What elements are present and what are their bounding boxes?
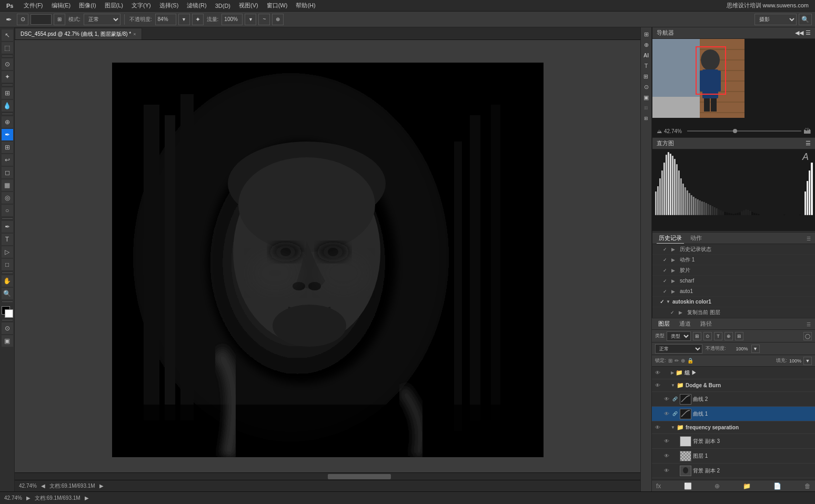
mode-select[interactable]: 正常: [84, 14, 120, 25]
layers-menu[interactable]: ☰: [807, 322, 811, 327]
menu-filter[interactable]: 滤镜(R): [183, 1, 210, 11]
quick-mask-button[interactable]: ⊙: [2, 322, 13, 334]
workspace-search[interactable]: 🔍: [799, 14, 812, 25]
brush-tool-button[interactable]: ✒: [3, 14, 15, 25]
status-arrow[interactable]: ▶: [85, 495, 89, 501]
layer-eye-bg3[interactable]: 👁: [663, 438, 670, 445]
layer-row-curve1[interactable]: 👁 🔗 曲线 1: [652, 407, 815, 421]
filter-icon-3[interactable]: ⊕: [725, 332, 733, 340]
delete-layer-btn[interactable]: 🗑: [804, 482, 811, 490]
history-brush-tool[interactable]: ↩: [2, 154, 13, 166]
dodge-tool[interactable]: ○: [2, 205, 13, 216]
add-layer-effect-btn[interactable]: fx: [656, 482, 661, 490]
menu-file[interactable]: 文件(F): [19, 1, 47, 11]
eyedropper-tool[interactable]: 💧: [2, 100, 13, 112]
brush-tool[interactable]: ✒: [2, 129, 13, 140]
rts-icon-ai[interactable]: AI: [641, 51, 651, 60]
tab-close-button[interactable]: ×: [133, 32, 136, 37]
crop-tool[interactable]: ⊞: [2, 87, 13, 99]
layer-eye-bg2[interactable]: 👁: [663, 467, 670, 475]
layer-row-layer1[interactable]: 👁 图层 1: [652, 449, 815, 463]
history-item[interactable]: ✓ ▶ 动作 1: [652, 255, 815, 265]
history-menu[interactable]: ☰: [807, 236, 811, 241]
layer-group-freq-sep[interactable]: 👁 ▼ 📁 frequency separation: [652, 421, 815, 434]
canvas-viewport[interactable]: [15, 40, 640, 480]
history-tab-actions[interactable]: 动作: [688, 233, 704, 243]
smoothing-button[interactable]: ~: [258, 14, 270, 25]
history-item[interactable]: ✓ ▶ auto1: [652, 286, 815, 297]
airbrush-button[interactable]: ✦: [192, 14, 204, 25]
rts-icon-4[interactable]: ⊞: [641, 72, 651, 81]
brush-size-button[interactable]: ⊙: [17, 14, 28, 25]
gradient-tool[interactable]: ▦: [2, 179, 13, 191]
canvas-arrow-left[interactable]: ◀: [41, 483, 45, 489]
layer-eye-curve2[interactable]: 👁: [663, 396, 670, 403]
filter-icon-4[interactable]: ⊞: [735, 332, 743, 340]
stamp-tool[interactable]: ⊞: [2, 142, 13, 153]
layer-eye-curve1[interactable]: 👁: [663, 410, 670, 418]
layer-expand-fs[interactable]: ▼: [671, 425, 675, 430]
rts-icon-7[interactable]: ⊞: [641, 103, 651, 113]
layer-mode-select[interactable]: 正常: [655, 344, 702, 354]
create-layer-btn[interactable]: 📄: [773, 482, 781, 490]
brush-options-button[interactable]: ⊞: [54, 14, 65, 25]
layers-tab-layers[interactable]: 图层: [656, 319, 672, 329]
layer-row-bg2[interactable]: 👁 背景 副本 2: [652, 463, 815, 478]
lock-paint-icon[interactable]: ✏: [675, 358, 679, 364]
filter-icon-t[interactable]: T: [714, 332, 722, 340]
history-item[interactable]: ✓ ▶ scharf: [652, 276, 815, 286]
rts-icon-5[interactable]: ⊙: [641, 82, 651, 92]
histogram-menu[interactable]: ☰: [806, 140, 811, 147]
filter-toggle[interactable]: ◯: [803, 332, 812, 340]
layer-eye-zu[interactable]: 👁: [654, 369, 661, 377]
create-group-btn[interactable]: 📁: [743, 482, 751, 490]
navigator-collapse[interactable]: ◀◀: [795, 29, 803, 36]
layers-tab-paths[interactable]: 路径: [698, 319, 714, 329]
layer-row-curve2[interactable]: 👁 🔗 曲线 2: [652, 392, 815, 407]
lock-all-icon[interactable]: 🔒: [687, 358, 693, 364]
layer-row-bg3[interactable]: 👁 背景 副本 3: [652, 434, 815, 449]
layer-group-zu[interactable]: 👁 ▶ 📁 组 ▶: [652, 367, 815, 379]
opacity-options-button[interactable]: ▼: [178, 14, 190, 25]
rts-icon-1[interactable]: ⊞: [641, 29, 651, 39]
menu-layer[interactable]: 图层(L): [100, 1, 127, 11]
history-tab-history[interactable]: 历史记录: [657, 233, 684, 244]
menu-image[interactable]: 图像(I): [75, 1, 100, 11]
navigator-menu[interactable]: ☰: [806, 29, 811, 36]
workspace-select[interactable]: 摄影: [754, 14, 797, 25]
menu-text[interactable]: 文字(Y): [127, 1, 155, 11]
menu-edit[interactable]: 编辑(E): [47, 1, 75, 11]
layer-eye-layer1[interactable]: 👁: [663, 452, 670, 460]
move-tool[interactable]: ↖: [2, 29, 13, 41]
layer-eye-fs[interactable]: 👁: [654, 424, 661, 431]
rts-icon-6[interactable]: ▣: [641, 93, 651, 102]
pen-tool[interactable]: ✒: [2, 221, 13, 233]
lock-transparent-icon[interactable]: ⊞: [668, 358, 672, 364]
layer-eye-db[interactable]: 👁: [654, 382, 661, 389]
zoom-tool[interactable]: 🔍: [2, 288, 13, 299]
create-fill-btn[interactable]: ⊕: [715, 482, 720, 490]
text-tool[interactable]: T: [2, 234, 13, 245]
opacity-input[interactable]: [155, 14, 176, 25]
lock-position-icon[interactable]: ⊕: [681, 358, 685, 364]
marquee-tool[interactable]: ⬚: [2, 42, 13, 54]
screen-mode-button[interactable]: ▣: [2, 335, 13, 347]
rts-icon-3[interactable]: T: [641, 61, 651, 70]
zoom-in-icon[interactable]: 🏔: [803, 127, 811, 135]
rts-icon-2[interactable]: ⊕: [641, 40, 651, 49]
canvas-arrow-right[interactable]: ▶: [99, 483, 104, 489]
history-folder-autoskin[interactable]: ✓ ▼ autoskin color1: [652, 297, 815, 307]
layer-group-dodge-burn[interactable]: 👁 ▼ 📁 Dodge & Burn: [652, 379, 815, 392]
menu-view[interactable]: 视图(V): [235, 1, 263, 11]
blur-tool[interactable]: ◎: [2, 192, 13, 204]
layer-type-select[interactable]: 类型: [667, 331, 691, 341]
foreground-background-colors[interactable]: [2, 306, 13, 318]
quick-select-tool[interactable]: ✦: [2, 71, 13, 83]
navigator-zoom-thumb[interactable]: [733, 129, 737, 133]
hscroll-thumb[interactable]: [328, 474, 391, 479]
healing-brush-tool[interactable]: ⊕: [2, 116, 13, 128]
filter-icon-2[interactable]: ⊙: [703, 332, 712, 340]
layer-expand-db[interactable]: ▼: [671, 383, 675, 388]
brush-size-input[interactable]: 250: [31, 14, 52, 25]
layer-expand-zu[interactable]: ▶: [671, 370, 674, 375]
